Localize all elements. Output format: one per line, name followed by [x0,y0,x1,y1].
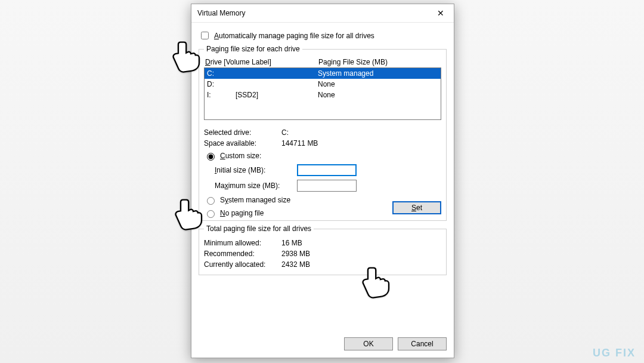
drive-row-i[interactable]: I: [SSD2] None [205,90,441,100]
header-size: Paging File Size (MB) [318,58,440,66]
dialog-footer: OK Cancel [191,333,454,358]
totals-legend: Total paging file size for all drives [204,224,314,233]
each-drive-legend: Paging file size for each drive [204,45,302,53]
custom-size-radio-input[interactable] [207,153,215,161]
maximum-size-row: Maximum size (MB): [204,180,441,192]
maximum-size-input[interactable] [297,180,357,192]
maximum-size-label: Maximum size (MB): [204,182,297,190]
cancel-button[interactable]: Cancel [398,337,447,350]
system-managed-radio-input[interactable] [207,197,215,205]
initial-size-label: Initial size (MB): [204,166,297,174]
titlebar: Virtual Memory ✕ [191,4,454,23]
selected-drive-value: C: [281,128,441,137]
drive-row-d[interactable]: D: None [205,79,441,90]
drive-list[interactable]: C: System managed D: None I: [SSD2] None [204,67,441,120]
selected-drive-row: Selected drive: C: [204,128,441,137]
virtual-memory-dialog: Virtual Memory ✕ Automatically manage pa… [191,4,454,358]
space-available-value: 144711 MB [281,139,441,147]
watermark: UG FIX [593,347,636,359]
totals-min-row: Minimum allowed: 16 MB [204,239,441,247]
no-paging-radio-input[interactable] [207,210,215,218]
auto-manage-checkbox-input[interactable] [201,32,209,39]
totals-rec-value: 2938 MB [281,250,441,258]
auto-manage-checkbox[interactable]: Automatically manage paging file size fo… [199,30,447,41]
drive-row-c[interactable]: C: System managed [205,68,441,79]
window-title: Virtual Memory [197,9,428,17]
drive-list-headers: Drive [Volume Label] Paging File Size (M… [205,58,440,66]
header-drive: Drive [Volume Label] [205,58,318,66]
close-icon: ✕ [437,9,444,17]
totals-min-value: 16 MB [281,239,441,247]
ok-button[interactable]: OK [344,337,393,350]
each-drive-group: Paging file size for each drive Drive [V… [199,45,447,221]
totals-cur-value: 2432 MB [281,260,441,269]
auto-manage-label: Automatically manage paging file size fo… [214,32,374,40]
close-button[interactable]: ✕ [428,4,454,22]
totals-cur-row: Currently allocated: 2432 MB [204,260,441,269]
set-button[interactable]: Set [392,201,441,214]
custom-size-radio[interactable]: Custom size: [204,151,441,161]
totals-group: Total paging file size for all drives Mi… [199,224,447,275]
totals-rec-row: Recommended: 2938 MB [204,250,441,258]
initial-size-input[interactable] [297,164,357,176]
space-available-row: Space available: 144711 MB [204,139,441,147]
initial-size-row: Initial size (MB): [204,164,441,176]
